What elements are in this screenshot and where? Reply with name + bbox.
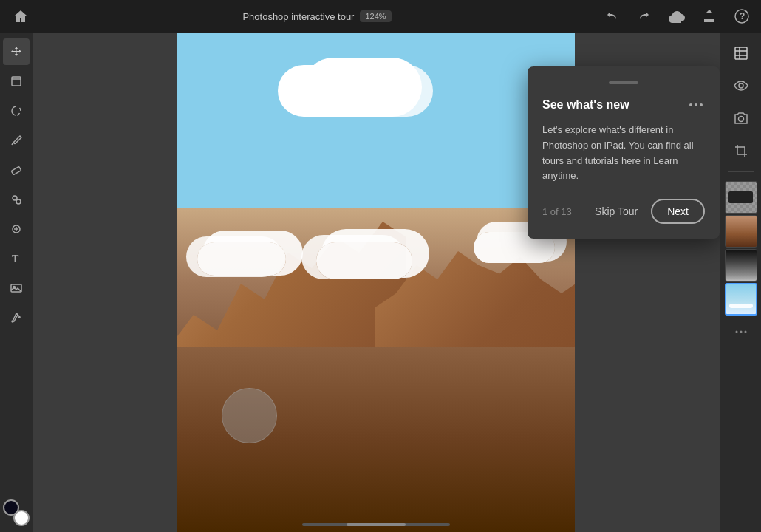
tool-brush[interactable] [3, 127, 30, 154]
svg-text:T: T [12, 253, 19, 265]
cloud-save-button[interactable] [666, 6, 687, 27]
tool-heal[interactable] [3, 216, 30, 242]
tool-image[interactable] [3, 275, 30, 301]
top-bar-center: Photoshop interactive tour 124% [242, 10, 391, 22]
svg-text:?: ? [740, 11, 745, 21]
svg-point-16 [695, 103, 697, 106]
tool-pen[interactable] [3, 304, 30, 331]
visibility-button[interactable] [726, 71, 756, 100]
brush-cursor [222, 388, 277, 443]
svg-rect-4 [11, 166, 21, 174]
canvas-wrapper: See what's new Let's explore what's diff… [33, 33, 720, 532]
svg-point-24 [735, 331, 737, 333]
help-button[interactable]: ? [731, 6, 752, 27]
left-toolbar: T [0, 33, 33, 532]
foreground-color-swatch[interactable] [3, 499, 19, 516]
dialog-body: Let's explore what's different in Photos… [542, 123, 705, 184]
color-swatches[interactable] [3, 499, 30, 526]
layer-thumb-3[interactable] [725, 249, 757, 282]
layer-thumb-2[interactable] [725, 215, 757, 248]
layers-more-button[interactable] [726, 321, 756, 342]
cloud-top [296, 72, 400, 117]
cloud-ride-2 [316, 242, 412, 279]
svg-point-14 [12, 321, 13, 322]
app-title: Photoshop interactive tour [242, 11, 354, 22]
layers-panel [720, 178, 762, 318]
layers-panel-button[interactable] [726, 38, 756, 68]
canvas-content [177, 33, 575, 532]
separator [728, 171, 754, 172]
dialog-title: See what's new [542, 98, 629, 112]
svg-point-23 [738, 117, 743, 122]
svg-rect-18 [735, 47, 747, 59]
svg-point-22 [739, 83, 743, 88]
undo-button[interactable] [601, 6, 622, 27]
canvas-scrollbar-thumb [347, 523, 406, 526]
main-area: T [0, 33, 761, 532]
dialog-actions: Skip Tour Next [587, 199, 705, 224]
svg-point-25 [740, 331, 742, 333]
right-panel [720, 33, 761, 532]
svg-point-26 [744, 331, 746, 333]
tool-move[interactable] [3, 38, 30, 65]
layer-thumb-4[interactable] [725, 283, 757, 316]
svg-point-15 [689, 103, 692, 106]
home-button[interactable] [9, 4, 33, 28]
cloud-ride-1 [197, 242, 286, 276]
dialog-more-button[interactable] [687, 96, 705, 114]
dialog-footer: 1 of 13 Skip Tour Next [542, 199, 705, 224]
canvas[interactable] [177, 33, 575, 532]
top-bar-left [9, 4, 33, 28]
top-bar: Photoshop interactive tour 124% [0, 0, 761, 33]
dialog-drag-handle [609, 81, 638, 84]
dialog-step: 1 of 13 [542, 206, 572, 217]
tool-lasso[interactable] [3, 98, 30, 124]
svg-line-7 [16, 200, 17, 200]
skip-tour-button[interactable]: Skip Tour [587, 201, 645, 222]
svg-point-17 [700, 103, 703, 106]
zoom-level[interactable]: 124% [360, 10, 391, 22]
tour-dialog: See what's new Let's explore what's diff… [528, 66, 720, 239]
share-button[interactable] [699, 6, 720, 27]
layer-thumb-1[interactable] [725, 181, 757, 214]
redo-button[interactable] [634, 6, 655, 27]
crop-button[interactable] [726, 136, 756, 166]
tool-eraser[interactable] [3, 157, 30, 183]
tool-type[interactable]: T [3, 245, 30, 272]
canvas-scrollbar[interactable] [302, 523, 450, 526]
svg-rect-2 [12, 77, 21, 86]
next-button[interactable]: Next [651, 199, 705, 224]
dialog-header: See what's new [542, 96, 705, 114]
capture-button[interactable] [726, 103, 756, 133]
tool-clone[interactable] [3, 186, 30, 213]
tool-artboard[interactable] [3, 68, 30, 95]
top-bar-right: ? [601, 6, 752, 27]
